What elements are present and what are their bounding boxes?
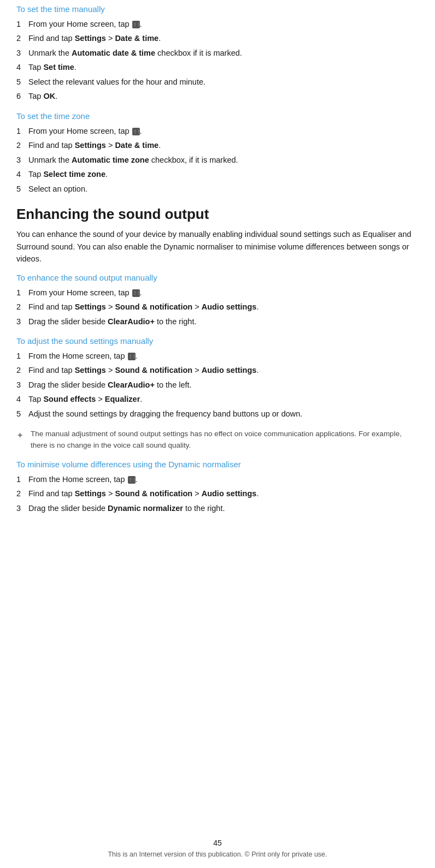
step-number: 1 [16, 18, 28, 30]
step-number: 4 [16, 61, 28, 73]
step-item: 5 Select the relevant values for the hou… [16, 76, 419, 88]
step-text: Tap Select time zone. [28, 168, 419, 180]
step-text: Unmark the Automatic date & time checkbo… [28, 47, 419, 59]
apps-icon [132, 289, 140, 297]
steps-minimise-volume: 1 From the Home screen, tap . 2 Find and… [16, 473, 419, 514]
step-text: From the Home screen, tap . [28, 473, 419, 485]
steps-adjust-sound: 1 From the Home screen, tap . 2 Find and… [16, 350, 419, 420]
step-text: From your Home screen, tap . [28, 287, 419, 299]
step-item: 1 From the Home screen, tap . [16, 350, 419, 362]
step-number: 6 [16, 90, 28, 102]
step-text: Find and tap Settings > Sound & notifica… [28, 364, 419, 376]
note-icon: ✦ [16, 429, 26, 442]
step-text: Find and tap Settings > Sound & notifica… [28, 301, 419, 313]
step-item: 4 Tap Sound effects > Equalizer. [16, 393, 419, 405]
step-item: 1 From your Home screen, tap . [16, 18, 419, 30]
step-text: Tap Set time. [28, 61, 419, 73]
step-number: 1 [16, 350, 28, 362]
footer-text: This is an Internet version of this publ… [0, 851, 435, 858]
step-item: 3 Drag the slider beside ClearAudio+ to … [16, 316, 419, 328]
step-text: Unmark the Automatic time zone checkbox,… [28, 154, 419, 166]
note-text: The manual adjustment of sound output se… [31, 429, 419, 451]
step-text: Tap Sound effects > Equalizer. [28, 393, 419, 405]
step-item: 3 Unmark the Automatic date & time check… [16, 47, 419, 59]
step-number: 1 [16, 287, 28, 299]
step-item: 6 Tap OK. [16, 90, 419, 102]
section-title-minimise-volume: To minimise volume differences using the… [16, 460, 419, 469]
step-text: Adjust the sound settings by dragging th… [28, 408, 419, 420]
step-number: 3 [16, 154, 28, 166]
note-box: ✦ The manual adjustment of sound output … [16, 429, 419, 451]
step-number: 4 [16, 393, 28, 405]
step-number: 5 [16, 76, 28, 88]
section-title-adjust-sound: To adjust the sound settings manually [16, 336, 419, 346]
step-text: Drag the slider beside ClearAudio+ to th… [28, 316, 419, 328]
step-item: 1 From your Home screen, tap . [16, 125, 419, 137]
step-number: 4 [16, 168, 28, 180]
step-item: 1 From the Home screen, tap . [16, 473, 419, 485]
step-number: 5 [16, 408, 28, 420]
step-number: 2 [16, 32, 28, 44]
step-item: 4 Tap Set time. [16, 61, 419, 73]
step-text: Select the relevant values for the hour … [28, 76, 419, 88]
step-number: 3 [16, 316, 28, 328]
step-text: Tap OK. [28, 90, 419, 102]
step-item: 2 Find and tap Settings > Sound & notifi… [16, 364, 419, 376]
step-item: 3 Drag the slider beside ClearAudio+ to … [16, 379, 419, 391]
steps-enhance-sound: 1 From your Home screen, tap . 2 Find an… [16, 287, 419, 328]
step-text: Drag the slider beside ClearAudio+ to th… [28, 379, 419, 391]
steps-set-timezone: 1 From your Home screen, tap . 2 Find an… [16, 125, 419, 195]
apps-icon [132, 128, 140, 135]
step-item: 2 Find and tap Settings > Date & time. [16, 32, 419, 44]
step-number: 1 [16, 473, 28, 485]
step-number: 3 [16, 502, 28, 514]
step-text: Select an option. [28, 183, 419, 195]
step-item: 2 Find and tap Settings > Sound & notifi… [16, 487, 419, 500]
page-footer: 45 This is an Internet version of this p… [0, 839, 435, 858]
apps-icon [128, 353, 136, 360]
step-number: 2 [16, 364, 28, 376]
step-item: 1 From your Home screen, tap . [16, 287, 419, 299]
section-title-set-timezone: To set the time zone [16, 111, 419, 121]
step-number: 3 [16, 379, 28, 391]
step-text: Find and tap Settings > Date & time. [28, 32, 419, 44]
section-heading-sound: Enhancing the sound output [16, 206, 419, 223]
step-item: 4 Tap Select time zone. [16, 168, 419, 180]
step-item: 3 Drag the slider beside Dynamic normali… [16, 502, 419, 514]
step-item: 5 Select an option. [16, 183, 419, 195]
step-text: Find and tap Settings > Sound & notifica… [28, 487, 419, 500]
step-number: 3 [16, 47, 28, 59]
section-title-enhance-sound: To enhance the sound output manually [16, 273, 419, 282]
step-text: Drag the slider beside Dynamic normalize… [28, 502, 419, 514]
step-item: 3 Unmark the Automatic time zone checkbo… [16, 154, 419, 166]
apps-icon [132, 21, 140, 28]
steps-set-time: 1 From your Home screen, tap . 2 Find an… [16, 18, 419, 103]
step-text: From your Home screen, tap . [28, 125, 419, 137]
page-content: To set the time manually 1 From your Hom… [0, 0, 435, 556]
step-number: 5 [16, 183, 28, 195]
step-number: 2 [16, 301, 28, 313]
step-text: Find and tap Settings > Date & time. [28, 139, 419, 151]
page-number: 45 [0, 839, 435, 847]
step-item: 5 Adjust the sound settings by dragging … [16, 408, 419, 420]
step-number: 2 [16, 487, 28, 500]
step-number: 2 [16, 139, 28, 151]
section-title-set-time: To set the time manually [16, 4, 419, 14]
step-item: 2 Find and tap Settings > Date & time. [16, 139, 419, 151]
apps-icon [128, 476, 136, 484]
step-text: From the Home screen, tap . [28, 350, 419, 362]
step-item: 2 Find and tap Settings > Sound & notifi… [16, 301, 419, 313]
step-number: 1 [16, 125, 28, 137]
sound-intro-text: You can enhance the sound of your device… [16, 228, 419, 265]
step-text: From your Home screen, tap . [28, 18, 419, 30]
